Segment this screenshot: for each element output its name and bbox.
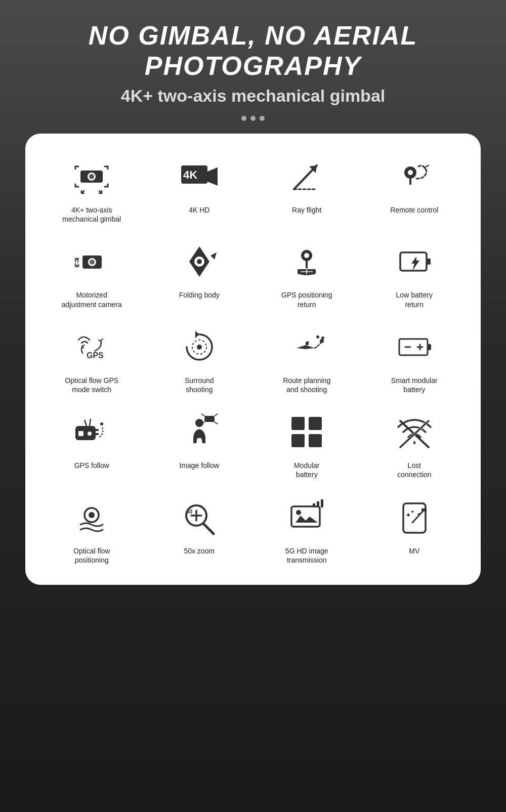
gimbal-icon	[69, 154, 114, 199]
svg-point-67	[296, 510, 301, 515]
folding-body-icon	[177, 239, 222, 284]
svg-rect-55	[309, 434, 322, 447]
image-follow-icon	[177, 409, 222, 455]
svg-line-48	[201, 414, 204, 416]
decorative-dots	[241, 116, 265, 121]
svg-line-44	[90, 419, 91, 426]
mv-label: MV	[409, 546, 419, 555]
4khd-label: 4K HD	[189, 205, 209, 215]
svg-rect-39	[78, 431, 83, 436]
svg-text:GPS: GPS	[87, 351, 104, 360]
features-card: 4K+ two-axismechanical gimbal 4K 4K HD	[25, 134, 481, 585]
svg-point-60	[89, 512, 95, 518]
surround-icon	[177, 324, 222, 370]
svg-rect-24	[427, 259, 431, 265]
modular-battery-icon	[284, 409, 329, 455]
ray-flight-icon	[284, 154, 329, 199]
feature-gps-return: GPS positioningreturn	[256, 239, 358, 309]
svg-line-49	[215, 414, 218, 416]
route-planning-label: Route planningand shooting	[283, 376, 330, 394]
feature-gps-follow: GPS follow	[40, 409, 143, 479]
surround-label: Surroundshooting	[185, 376, 214, 394]
svg-rect-69	[317, 501, 319, 507]
modular-battery-label: Modularbattery	[294, 461, 320, 479]
5g-hd-icon	[284, 495, 329, 540]
image-follow-label: Image follow	[179, 461, 219, 470]
folding-body-label: Folding body	[179, 290, 220, 300]
svg-point-9	[408, 170, 413, 175]
page-title: NO GIMBAL, NO AERIAL PHOTOGRAPHY	[10, 20, 496, 81]
ray-flight-label: Ray flight	[292, 205, 321, 215]
low-battery-label: Low batteryreturn	[396, 290, 433, 309]
svg-line-43	[85, 420, 87, 426]
feature-folding-body: Folding body	[148, 239, 251, 309]
smart-battery-label: Smart modularbattery	[391, 376, 438, 394]
zoom-icon: 50	[177, 495, 222, 540]
feature-ray-flight: Ray flight	[256, 154, 358, 224]
svg-rect-76	[421, 508, 427, 511]
svg-point-2	[89, 174, 94, 179]
optical-gps-label: Optical flow GPSmode switch	[65, 376, 118, 394]
feature-optical-positioning: Optical flowpositioning	[40, 495, 143, 565]
svg-marker-16	[210, 252, 217, 260]
svg-point-45	[100, 422, 103, 425]
svg-marker-25	[411, 257, 419, 271]
optical-gps-icon: GPS	[69, 324, 114, 370]
svg-rect-68	[313, 503, 315, 507]
svg-rect-47	[204, 416, 215, 422]
optical-positioning-icon	[69, 495, 114, 540]
svg-rect-66	[291, 506, 320, 527]
feature-4khd: 4K 4K HD	[148, 154, 251, 224]
svg-rect-33	[399, 339, 428, 355]
feature-optical-gps: GPS Optical flow GPSmode switch	[40, 324, 143, 394]
feature-gimbal: 4K+ two-axismechanical gimbal	[40, 154, 143, 224]
feature-lost-connection: Lostconnection	[363, 409, 466, 479]
feature-motorized-camera: Motorizedadjustment camera	[40, 239, 143, 309]
optical-positioning-label: Optical flowpositioning	[73, 546, 110, 565]
svg-text:✦: ✦	[410, 509, 414, 515]
svg-rect-52	[291, 417, 305, 430]
svg-rect-42	[96, 433, 99, 435]
svg-point-12	[90, 260, 95, 265]
svg-rect-70	[321, 499, 323, 507]
motorized-camera-icon	[69, 239, 114, 284]
remote-control-label: Remote control	[390, 205, 438, 215]
feature-smart-battery: Smart modularbattery	[363, 324, 466, 394]
svg-text:4K: 4K	[183, 168, 197, 181]
low-battery-icon	[392, 239, 437, 284]
features-grid: 4K+ two-axismechanical gimbal 4K 4K HD	[40, 154, 466, 565]
feature-low-battery: Low batteryreturn	[363, 239, 466, 309]
page-subtitle: 4K+ two-axis mechanical gimbal	[121, 86, 385, 106]
feature-image-follow: Image follow	[148, 409, 251, 479]
gimbal-label: 4K+ two-axismechanical gimbal	[62, 205, 121, 224]
route-planning-icon	[284, 324, 329, 370]
feature-5g-hd: 5G HD imagetransmission	[256, 495, 358, 565]
lost-connection-label: Lostconnection	[397, 461, 432, 479]
gps-follow-label: GPS follow	[74, 461, 109, 470]
svg-point-15	[197, 259, 202, 264]
svg-point-30	[320, 339, 324, 343]
feature-remote-control: Remote control	[363, 154, 466, 224]
motorized-camera-label: Motorizedadjustment camera	[62, 290, 122, 309]
gps-follow-icon	[69, 409, 114, 455]
svg-point-18	[304, 253, 309, 258]
lost-connection-icon	[392, 409, 437, 455]
zoom-label: 50x zoom	[184, 546, 215, 555]
svg-point-31	[321, 336, 324, 339]
feature-modular-battery: Modularbattery	[256, 409, 358, 479]
feature-surround: Surroundshooting	[148, 324, 251, 394]
feature-zoom: 50 50x zoom	[148, 495, 251, 565]
svg-point-32	[316, 335, 319, 338]
svg-point-28	[197, 345, 202, 350]
feature-mv: ✦ ✦ ✦ MV	[363, 495, 466, 565]
5g-hd-label: 5G HD imagetransmission	[285, 546, 328, 565]
mv-icon: ✦ ✦ ✦	[392, 495, 437, 540]
svg-text:50: 50	[186, 508, 192, 515]
svg-rect-34	[428, 344, 431, 350]
remote-control-icon	[392, 154, 437, 199]
svg-marker-27	[195, 331, 199, 338]
gps-return-label: GPS positioningreturn	[281, 290, 332, 309]
smart-battery-icon	[392, 324, 437, 370]
svg-line-62	[203, 524, 214, 534]
gps-return-icon	[284, 239, 329, 284]
